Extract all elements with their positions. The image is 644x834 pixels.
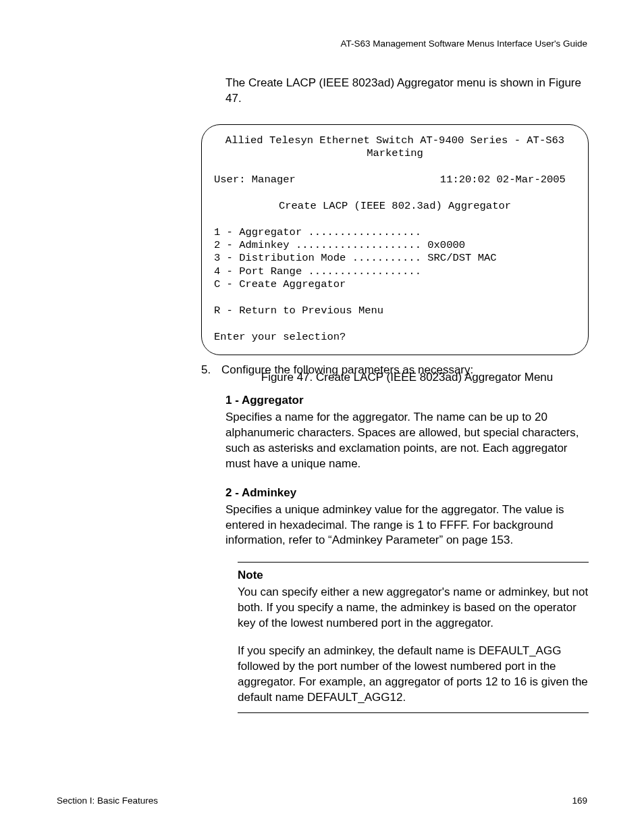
param-adminkey: 2 - Adminkey Specifies a unique adminkey…: [225, 486, 589, 549]
terminal-menu: Allied Telesyn Ethernet Switch AT-9400 S…: [201, 124, 589, 355]
terminal-opt-3: 3 - Distribution Mode ........... SRC/DS…: [214, 252, 497, 264]
terminal-opt-4: 4 - Port Range ..................: [214, 265, 421, 278]
terminal-title-2: Marketing: [367, 147, 423, 159]
param-1-title: 1 - Aggregator: [225, 393, 589, 409]
footer-page-number: 169: [572, 795, 587, 807]
terminal-opt-2: 2 - Adminkey .................... 0x0000: [214, 239, 465, 251]
terminal-opt-r: R - Return to Previous Menu: [214, 305, 383, 317]
note-title: Note: [238, 568, 589, 583]
note-paragraph-2: If you specify an adminkey, the default …: [238, 644, 589, 706]
terminal-opt-c: C - Create Aggregator: [214, 278, 346, 290]
step-text: Configure the following parameters as ne…: [221, 363, 473, 376]
step-number: 5.: [201, 363, 221, 378]
footer-section: Section I: Basic Features: [57, 795, 158, 807]
note-box: Note You can specify either a new aggreg…: [238, 562, 589, 713]
step-5: 5.Configure the following parameters as …: [201, 363, 589, 378]
param-aggregator: 1 - Aggregator Specifies a name for the …: [225, 393, 589, 472]
terminal-timestamp: 11:20:02 02-Mar-2005: [440, 174, 566, 186]
param-2-title: 2 - Adminkey: [225, 486, 589, 501]
param-1-body: Specifies a name for the aggregator. The…: [225, 410, 589, 472]
intro-text: The Create LACP (IEEE 8023ad) Aggregator…: [225, 76, 589, 107]
note-paragraph-1: You can specify either a new aggregator'…: [238, 585, 589, 631]
param-2-body: Specifies a unique adminkey value for th…: [225, 502, 589, 549]
terminal-title-1: Allied Telesyn Ethernet Switch AT-9400 S…: [225, 134, 564, 147]
terminal-user: User: Manager: [214, 174, 296, 186]
terminal-opt-1: 1 - Aggregator ..................: [214, 226, 421, 238]
terminal-prompt: Enter your selection?: [214, 331, 346, 343]
page-header: AT-S63 Management Software Menus Interfa…: [340, 38, 587, 50]
terminal-menu-title: Create LACP (IEEE 802.3ad) Aggregator: [279, 200, 511, 212]
